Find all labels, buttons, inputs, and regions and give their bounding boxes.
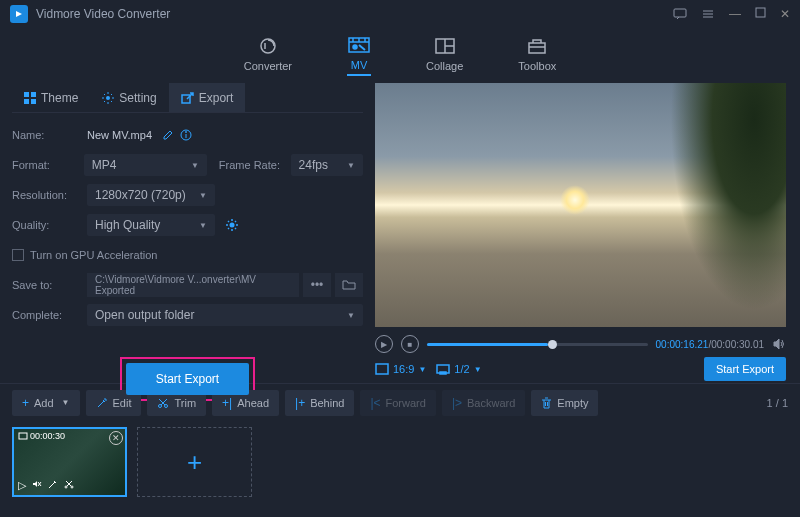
tab-converter[interactable]: Converter xyxy=(244,36,292,75)
svg-rect-1 xyxy=(674,9,686,17)
info-name-icon[interactable] xyxy=(180,129,192,141)
quality-settings-icon[interactable] xyxy=(225,218,239,232)
open-folder-icon[interactable] xyxy=(335,273,363,297)
format-select[interactable]: MP4▼ xyxy=(84,154,207,176)
name-label: Name: xyxy=(12,129,87,141)
svg-rect-12 xyxy=(529,43,545,53)
chevron-down-icon: ▼ xyxy=(191,161,199,170)
maximize-icon[interactable] xyxy=(755,7,766,21)
titlebar: Vidmore Video Converter — ✕ xyxy=(0,0,800,28)
converter-icon xyxy=(256,36,280,56)
export-icon xyxy=(181,92,194,104)
theme-icon xyxy=(24,92,36,104)
saveto-path: C:\Vidmore\Vidmore V...onverter\MV Expor… xyxy=(87,273,299,297)
subtab-theme[interactable]: Theme xyxy=(12,83,90,112)
start-export-button-right[interactable]: Start Export xyxy=(704,357,786,381)
forward-button[interactable]: |<Forward xyxy=(360,390,435,416)
complete-select[interactable]: Open output folder▼ xyxy=(87,304,363,326)
collage-icon xyxy=(433,36,457,56)
empty-button[interactable]: Empty xyxy=(531,390,598,416)
quality-select[interactable]: High Quality▼ xyxy=(87,214,215,236)
setting-icon xyxy=(102,92,114,104)
svg-point-22 xyxy=(230,223,235,228)
svg-rect-25 xyxy=(440,372,446,374)
svg-point-21 xyxy=(186,132,187,133)
export-panel: Theme Setting Export Name: New MV.mp4 Fo… xyxy=(0,83,375,383)
saveto-label: Save to: xyxy=(12,279,87,291)
tab-collage[interactable]: Collage xyxy=(426,36,463,75)
tab-mv[interactable]: MV xyxy=(347,35,371,76)
main-tabs: Converter MV Collage Toolbox xyxy=(0,28,800,83)
remove-clip-icon[interactable]: ✕ xyxy=(109,431,123,445)
plus-icon: + xyxy=(22,396,29,410)
add-clip-button[interactable]: + xyxy=(137,427,252,497)
svg-point-17 xyxy=(106,96,110,100)
stop-button[interactable]: ■ xyxy=(401,335,419,353)
svg-rect-23 xyxy=(376,364,388,374)
clip-mute-icon[interactable] xyxy=(32,479,42,492)
framerate-select[interactable]: 24fps▼ xyxy=(291,154,363,176)
forward-icon: |< xyxy=(370,396,380,410)
browse-button[interactable]: ••• xyxy=(303,273,331,297)
toolbox-icon xyxy=(525,36,549,56)
trash-icon xyxy=(541,397,552,409)
chevron-down-icon: ▼ xyxy=(347,161,355,170)
minimize-icon[interactable]: — xyxy=(729,7,741,21)
wand-icon xyxy=(96,397,108,409)
play-button[interactable]: ▶ xyxy=(375,335,393,353)
svg-rect-14 xyxy=(31,92,36,97)
mv-icon xyxy=(347,35,371,55)
svg-rect-5 xyxy=(756,8,765,17)
edit-name-icon[interactable] xyxy=(162,129,174,141)
start-export-button[interactable]: Start Export xyxy=(126,363,249,395)
svg-point-6 xyxy=(261,39,275,53)
svg-point-8 xyxy=(353,45,357,49)
feedback-icon[interactable] xyxy=(673,7,687,21)
scissors-icon xyxy=(157,397,169,409)
svg-point-29 xyxy=(65,486,67,488)
behind-icon: |+ xyxy=(295,396,305,410)
app-logo-icon xyxy=(10,5,28,23)
close-icon[interactable]: ✕ xyxy=(780,7,790,21)
svg-rect-13 xyxy=(24,92,29,97)
svg-rect-16 xyxy=(31,99,36,104)
page-indicator: 1 / 1 xyxy=(767,397,788,409)
name-value: New MV.mp4 xyxy=(87,129,152,141)
menu-icon[interactable] xyxy=(701,7,715,21)
complete-label: Complete: xyxy=(12,309,87,321)
scale-select[interactable]: 1/2 ▼ xyxy=(436,363,481,375)
tab-toolbox[interactable]: Toolbox xyxy=(518,36,556,75)
format-label: Format: xyxy=(12,159,84,171)
clip-duration: 00:00:30 xyxy=(18,431,65,441)
start-export-highlight: Start Export xyxy=(120,357,255,401)
svg-rect-15 xyxy=(24,99,29,104)
app-title: Vidmore Video Converter xyxy=(36,7,673,21)
behind-button[interactable]: |+Behind xyxy=(285,390,354,416)
clip-edit-icon[interactable] xyxy=(48,479,58,492)
video-preview xyxy=(375,83,786,327)
resolution-label: Resolution: xyxy=(12,189,87,201)
chevron-down-icon: ▼ xyxy=(199,191,207,200)
chevron-down-icon: ▼ xyxy=(347,311,355,320)
gpu-label: Turn on GPU Acceleration xyxy=(30,249,157,261)
svg-rect-28 xyxy=(19,433,27,439)
framerate-label: Frame Rate: xyxy=(219,159,291,171)
subtab-setting[interactable]: Setting xyxy=(90,83,168,112)
resolution-select[interactable]: 1280x720 (720p)▼ xyxy=(87,184,215,206)
sub-tabs: Theme Setting Export xyxy=(12,83,363,113)
chevron-down-icon: ▼ xyxy=(199,221,207,230)
svg-point-30 xyxy=(71,486,73,488)
backward-button[interactable]: |>Backward xyxy=(442,390,525,416)
seek-bar[interactable] xyxy=(427,343,648,346)
add-button[interactable]: +Add ▼ xyxy=(12,390,80,416)
aspect-ratio-select[interactable]: 16:9 ▼ xyxy=(375,363,426,375)
ahead-icon: +| xyxy=(222,396,232,410)
subtab-export[interactable]: Export xyxy=(169,83,246,112)
gpu-checkbox[interactable] xyxy=(12,249,24,261)
timeline: 00:00:30 ✕ ▷ + xyxy=(0,421,800,507)
volume-icon[interactable] xyxy=(772,337,786,351)
quality-label: Quality: xyxy=(12,219,87,231)
clip-trim-icon[interactable] xyxy=(64,479,74,492)
clip-item[interactable]: 00:00:30 ✕ ▷ xyxy=(12,427,127,497)
clip-play-icon[interactable]: ▷ xyxy=(18,479,26,492)
